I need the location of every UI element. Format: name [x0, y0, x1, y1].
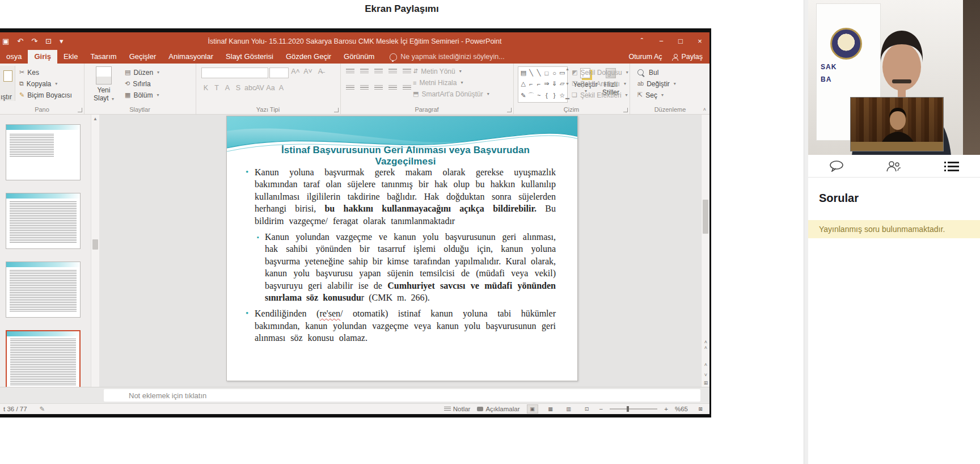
tab-osya[interactable]: osya	[0, 50, 28, 64]
shape-brace-right-icon[interactable]: }	[554, 92, 556, 99]
share-button[interactable]: Paylaş	[672, 53, 703, 61]
shape-fill-button[interactable]: ◩Şekil Dolgusu▾	[572, 67, 628, 78]
shape-star-icon[interactable]: ☆	[559, 92, 565, 99]
replace-button[interactable]: abDeğiştir▾	[637, 78, 676, 89]
tell-me-box[interactable]: Ne yapmak istediğinizi söyleyin...	[381, 53, 510, 64]
font-style-abc[interactable]: abc	[244, 84, 254, 92]
slideshow-view-button[interactable]: ⊡	[581, 404, 593, 414]
shape-elbow-icon[interactable]: ⌐	[529, 81, 533, 87]
text-direction-button[interactable]: ⇵Metin Yönü▾	[413, 66, 462, 77]
tab-slayt-gösterisi[interactable]: Slayt Gösterisi	[219, 50, 280, 64]
dialog-launcher-icon[interactable]	[507, 108, 512, 112]
copy-button[interactable]: ⧉Kopyala▾	[19, 78, 57, 89]
tab-animasyonlar[interactable]: Animasyonlar	[162, 50, 219, 64]
numbering-icon[interactable]	[360, 69, 369, 74]
slide-thumbnail-selected[interactable]	[6, 330, 81, 387]
new-slide-button[interactable]: Yeni Slayt ▾	[90, 66, 118, 102]
thumbnail-scrollbar[interactable]: ▲	[91, 115, 99, 387]
shape-curve-icon[interactable]: ~	[537, 92, 540, 99]
shape-line-icon[interactable]: ╲	[529, 69, 533, 77]
slide-body[interactable]: •Kanun yoluna başvurmak gerek makam olar…	[227, 166, 577, 348]
align-right-icon[interactable]	[374, 85, 383, 91]
slide-thumbnail[interactable]	[6, 193, 81, 249]
font-style-t[interactable]: T	[212, 84, 221, 92]
shapes-gallery-scroll[interactable]: ▲▼▬	[565, 67, 569, 100]
align-center-icon[interactable]	[360, 85, 369, 91]
paste-button-partial[interactable]: ıştır	[0, 66, 15, 101]
spell-check-icon[interactable]: ✎	[40, 405, 45, 413]
select-button[interactable]: ⇱Seç▾	[637, 90, 664, 100]
smartart-button[interactable]: ⬒SmartArt'a Dönüştür▾	[413, 88, 489, 99]
participants-icon[interactable]	[886, 161, 902, 172]
slide-title[interactable]: İstinaf Başvurusunun Geri Alınması veya …	[251, 145, 560, 167]
section-button[interactable]: ▦Bölüm▾	[125, 90, 159, 100]
normal-view-button[interactable]: ▣	[527, 404, 538, 414]
shape-oval-icon[interactable]: ○	[552, 70, 556, 77]
zoom-level[interactable]: %65	[675, 406, 688, 412]
shape-text-box-icon[interactable]: ▤	[521, 69, 526, 77]
shape-triangle-icon[interactable]: △	[521, 80, 526, 87]
undo-icon[interactable]: ↶	[17, 37, 23, 45]
collapse-ribbon-icon[interactable]: ˄	[703, 107, 706, 112]
zoom-in-button[interactable]: +	[664, 406, 668, 412]
reading-view-button[interactable]: ▥	[563, 404, 575, 414]
align-text-button[interactable]: ≡Metni Hizala▾	[413, 77, 463, 88]
save-icon[interactable]: ▣	[2, 37, 9, 45]
font-name-combo[interactable]	[201, 68, 268, 78]
columns-icon[interactable]	[403, 85, 411, 91]
shape-freeform-icon[interactable]: ✎	[521, 92, 526, 99]
scroll-up-chevrons[interactable]: ˄˄	[702, 339, 709, 351]
shape-outline-button[interactable]: ☐Şekil Anahatı▾	[572, 78, 626, 89]
ribbon-display-options-button[interactable]: ˆ	[632, 32, 652, 50]
shape-arrow-right-icon[interactable]: ⇒	[544, 80, 549, 87]
customize-qat-icon[interactable]: ▾	[60, 37, 64, 45]
font-style-aa[interactable]: Aa	[266, 84, 275, 92]
sign-in-button[interactable]: Oturum Aç	[628, 53, 662, 61]
align-left-icon[interactable]	[346, 85, 354, 91]
dialog-launcher-icon[interactable]	[78, 108, 82, 112]
clear-formatting-button[interactable]: A̶	[316, 68, 325, 75]
dialog-launcher-icon[interactable]	[334, 108, 339, 112]
find-button[interactable]: Bul	[637, 67, 658, 78]
shrink-font-button[interactable]: A˅	[303, 68, 312, 75]
cut-button[interactable]: ✂Kes	[19, 67, 39, 78]
next-slide-button[interactable]: ˅	[702, 372, 709, 378]
shape-parallelogram-icon[interactable]: ▱	[560, 80, 564, 87]
slide-sorter-view-button[interactable]: ▦	[545, 404, 556, 414]
shape-arrow-down-icon[interactable]: ⇓	[552, 80, 557, 87]
zoom-slider[interactable]	[610, 408, 657, 410]
notes-toggle[interactable]: Notlar	[444, 406, 471, 412]
shape-rectangle-icon[interactable]: □	[545, 70, 549, 77]
font-style-a[interactable]: A	[223, 84, 232, 92]
justify-icon[interactable]	[388, 85, 397, 91]
line-spacing-icon[interactable]	[403, 69, 411, 74]
shape-effects-button[interactable]: ❏Şekil Efektleri▾	[572, 90, 628, 100]
comments-toggle[interactable]: Açıklamalar	[477, 406, 519, 412]
slide-canvas[interactable]: İstinaf Başvurusunun Geri Alınması veya …	[226, 116, 578, 381]
questions-list-icon[interactable]	[944, 161, 959, 171]
tab-gözden-geçir[interactable]: Gözden Geçir	[280, 50, 337, 64]
start-slideshow-icon[interactable]: ⊡	[45, 37, 52, 45]
previous-slide-button[interactable]: ˄	[702, 362, 709, 368]
tab-ekle[interactable]: Ekle	[57, 50, 84, 64]
maximize-button[interactable]: □	[671, 32, 690, 50]
reset-button[interactable]: ⟲Sıfırla	[125, 78, 151, 89]
font-style-a[interactable]: A	[277, 84, 286, 92]
font-size-combo[interactable]	[269, 68, 289, 78]
font-style-k[interactable]: K	[201, 84, 210, 92]
font-style-av[interactable]: AV	[255, 84, 264, 92]
dialog-launcher-icon[interactable]	[623, 108, 628, 112]
tab-görünüm[interactable]: Görünüm	[337, 50, 381, 64]
bullets-icon[interactable]	[346, 69, 354, 74]
grow-font-button[interactable]: A˄	[291, 68, 300, 75]
scroll-up-icon[interactable]: ▲	[91, 115, 99, 121]
tab-geçişler[interactable]: Geçişler	[123, 50, 163, 64]
slide-scrollbar[interactable]: ˄˄ ˄ ˅ ⊞	[701, 115, 709, 387]
close-button[interactable]: ×	[690, 32, 709, 50]
slide-thumbnail[interactable]	[6, 124, 81, 180]
fit-to-window-button[interactable]: ⊠	[695, 404, 706, 414]
decrease-indent-icon[interactable]	[374, 69, 383, 74]
increase-indent-icon[interactable]	[388, 69, 397, 74]
shape-elbow-arrow-icon[interactable]: ⌐	[537, 81, 540, 87]
tab-tasarım[interactable]: Tasarım	[84, 50, 122, 64]
